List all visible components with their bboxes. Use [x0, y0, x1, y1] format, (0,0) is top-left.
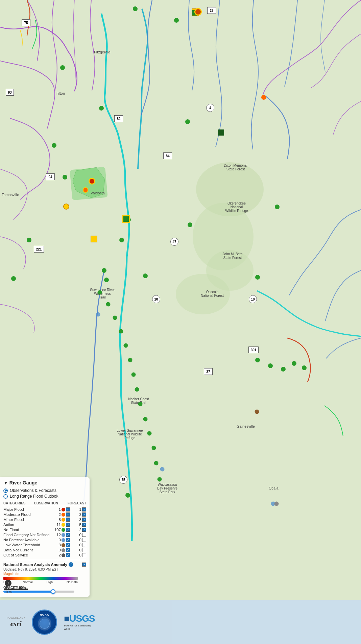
- marker-green-12[interactable]: [11, 276, 16, 281]
- radio-long-range[interactable]: Long Range Flood Outlook: [3, 494, 86, 499]
- radio-observations[interactable]: Observations & Forecasts: [3, 488, 86, 493]
- cat-out-of-service-forecast: 0: [71, 553, 86, 557]
- cat-action-fc-count: 5: [79, 523, 81, 527]
- anomaly-section: National Stream Analysis Anomaly i Updat…: [3, 560, 86, 593]
- label-waccasassa: WaccasassaBay PreserveState Park: [149, 483, 186, 494]
- marker-green-17[interactable]: [98, 290, 102, 295]
- marker-green-18[interactable]: [106, 302, 111, 307]
- cat-action: Action 11 5: [3, 523, 86, 527]
- cat-out-of-service-obs-check[interactable]: [66, 553, 70, 557]
- scale-bar: 10 mi: [4, 589, 28, 594]
- marker-green-6[interactable]: [52, 143, 56, 148]
- marker-blue-1[interactable]: [96, 312, 100, 317]
- powered-by-text: POWERED BY: [7, 616, 25, 619]
- cat-no-forecast-fc-check[interactable]: [82, 538, 86, 542]
- cat-no-forecast-obs-check[interactable]: [66, 538, 70, 542]
- esri-text: esri: [10, 619, 22, 628]
- cat-major-flood-obs-check[interactable]: [66, 507, 70, 511]
- marker-green-9[interactable]: [119, 238, 124, 242]
- marker-yellow-square-2[interactable]: [91, 236, 97, 242]
- radio-long-range-circle[interactable]: [3, 494, 8, 499]
- marker-green-34[interactable]: [292, 361, 296, 366]
- cat-low-water-obs-check[interactable]: [66, 543, 70, 547]
- marker-green-21[interactable]: [124, 343, 128, 348]
- marker-green-1[interactable]: [133, 6, 138, 11]
- legend-title: River Gauge: [9, 480, 37, 485]
- cat-data-not-current-obs-check[interactable]: [66, 548, 70, 552]
- marker-green-13[interactable]: [102, 268, 106, 273]
- marker-green-10[interactable]: [188, 222, 192, 227]
- marker-green-11[interactable]: [27, 238, 31, 242]
- marker-green-23[interactable]: [131, 373, 136, 377]
- marker-green-16[interactable]: [275, 205, 280, 209]
- marker-green-29[interactable]: [154, 461, 159, 466]
- gradient-label-normal: Normal: [23, 580, 32, 584]
- radio-group: Observations & Forecasts Long Range Floo…: [3, 488, 86, 499]
- cat-no-flood-obs-check[interactable]: [66, 528, 70, 532]
- marker-yellow-1[interactable]: [63, 204, 69, 210]
- route-221: 221: [34, 246, 44, 253]
- cat-action-fc-check[interactable]: [82, 523, 86, 527]
- marker-green-2[interactable]: [174, 18, 179, 23]
- marker-green-37[interactable]: [125, 493, 130, 498]
- cat-action-dot: [62, 523, 65, 527]
- marker-green-27[interactable]: [147, 431, 152, 436]
- route-82: 82: [114, 115, 123, 122]
- marker-green-19[interactable]: [113, 316, 117, 320]
- cat-flood-cat-not-defined: Flood Category Not Defined 12 0: [3, 533, 86, 537]
- marker-gray-1[interactable]: [274, 502, 279, 506]
- cat-minor-flood-obs-check[interactable]: [66, 518, 70, 522]
- marker-green-7[interactable]: [63, 175, 67, 180]
- marker-green-22[interactable]: [128, 358, 133, 362]
- marker-green-26[interactable]: [143, 417, 148, 422]
- marker-orange-square-top[interactable]: [194, 8, 202, 16]
- label-ocala: Ocala: [269, 486, 279, 490]
- cat-flood-cat-not-defined-fc-check[interactable]: [82, 533, 86, 537]
- cat-flood-cat-not-defined-obs-check[interactable]: [66, 533, 70, 537]
- cat-data-not-current-fc-check[interactable]: [82, 548, 86, 552]
- marker-orange-1[interactable]: [261, 95, 266, 100]
- cat-moderate-flood-name: Moderate Flood: [3, 512, 50, 517]
- marker-green-30[interactable]: [158, 477, 162, 482]
- legend-toggle[interactable]: ▼ River Gauge: [3, 480, 86, 485]
- cat-no-flood: No Flood 107 2: [3, 528, 86, 532]
- marker-green-5[interactable]: [185, 119, 190, 124]
- marker-brown-1[interactable]: [255, 410, 259, 414]
- opacity-slider-thumb[interactable]: [51, 589, 55, 594]
- anomaly-info-icon[interactable]: i: [69, 562, 73, 567]
- cat-no-forecast-name: No Forecast Available: [3, 538, 50, 542]
- marker-orange-valdosta[interactable]: [83, 187, 88, 193]
- marker-green-24[interactable]: [135, 387, 139, 392]
- marker-green-35[interactable]: [302, 365, 307, 370]
- cat-moderate-flood-obs-check[interactable]: [66, 512, 70, 517]
- marker-green-36[interactable]: [255, 275, 260, 280]
- cat-out-of-service-obs-count: 2: [59, 553, 61, 557]
- marker-dark-green-square[interactable]: [218, 129, 224, 136]
- info-button[interactable]: i: [5, 580, 11, 587]
- radio-observations-circle[interactable]: [3, 488, 8, 493]
- marker-green-20[interactable]: [119, 329, 123, 334]
- cat-moderate-flood-fc-check[interactable]: [82, 512, 86, 517]
- marker-green-25[interactable]: [138, 402, 143, 406]
- marker-green-31[interactable]: [255, 358, 260, 362]
- cat-action-obs-check[interactable]: [66, 523, 70, 527]
- cat-low-water-obs-count: 3: [59, 543, 61, 547]
- cat-major-flood-fc-check[interactable]: [82, 507, 86, 511]
- cat-no-flood-fc-check[interactable]: [82, 528, 86, 532]
- marker-green-32[interactable]: [268, 363, 273, 368]
- cat-low-water-fc-check[interactable]: [82, 543, 86, 547]
- cat-out-of-service-fc-check[interactable]: [82, 553, 86, 557]
- marker-red-valdosta[interactable]: [89, 178, 95, 185]
- marker-blue-2[interactable]: [160, 467, 165, 472]
- marker-green-yellow-border-1[interactable]: [122, 215, 130, 223]
- marker-green-4[interactable]: [99, 106, 104, 111]
- marker-green-3[interactable]: [60, 65, 65, 70]
- cat-minor-flood-fc-check[interactable]: [82, 518, 86, 522]
- marker-green-14[interactable]: [143, 273, 148, 278]
- marker-green-28[interactable]: [152, 446, 156, 450]
- anomaly-checkbox[interactable]: [82, 563, 86, 567]
- col-categories: CATEGORIES: [3, 501, 25, 505]
- marker-green-15[interactable]: [104, 278, 109, 282]
- anomaly-gradient-labels: Low Normal High No Data: [3, 580, 78, 584]
- marker-green-33[interactable]: [281, 367, 286, 372]
